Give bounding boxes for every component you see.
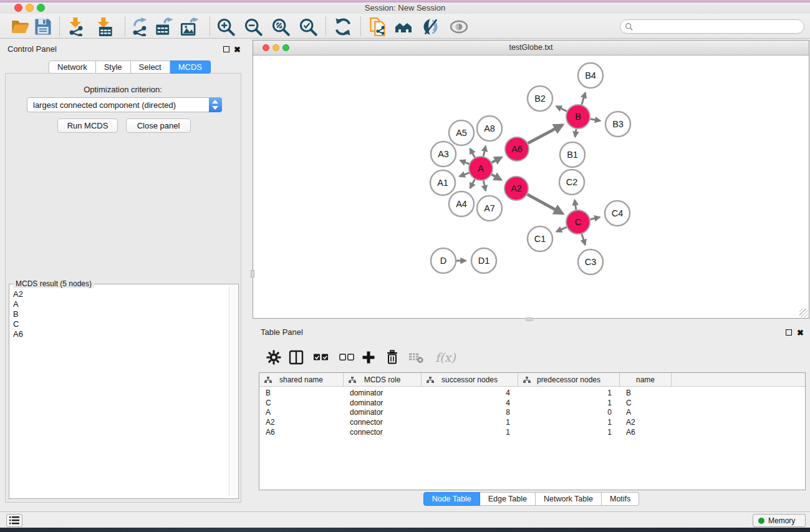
graph-edge-C-C2[interactable] [574, 200, 576, 210]
column-header-mcds-role[interactable]: MCDS role [344, 373, 422, 387]
import-table-icon[interactable] [95, 17, 113, 36]
new-network-from-selection-icon[interactable] [369, 17, 387, 36]
graph-edge-A2-C[interactable] [528, 195, 563, 214]
float-panel-icon[interactable] [223, 46, 229, 52]
table-row-a[interactable]: Adominator80A [259, 408, 805, 418]
graph-edge-B-B4[interactable] [582, 93, 586, 105]
function-builder-icon[interactable]: f(x) [435, 351, 456, 364]
graph-edge-C-C4[interactable] [591, 217, 600, 219]
result-item-a2[interactable]: A2 [11, 289, 228, 299]
search-input[interactable] [637, 21, 799, 32]
graph-node-B1[interactable]: B1 [560, 142, 585, 167]
graph-node-A5[interactable]: A5 [449, 120, 474, 145]
first-neighbors-icon[interactable] [394, 17, 413, 36]
network-window-titlebar[interactable]: testGlobe.txt [253, 41, 809, 56]
table-row-b[interactable]: Bdominator41B [259, 389, 805, 399]
graph-node-C[interactable]: C [566, 210, 590, 234]
column-header-successor-nodes[interactable]: successor nodes [422, 373, 518, 387]
result-item-c[interactable]: C [11, 319, 228, 329]
graph-node-B4[interactable]: B4 [578, 63, 603, 88]
result-scrollbar[interactable] [229, 286, 236, 496]
close-panel-icon[interactable]: ✖ [234, 46, 241, 54]
graph-edge-A-A6[interactable] [492, 157, 502, 162]
graph-edge-A-A3[interactable] [460, 160, 469, 163]
optimization-select[interactable]: largest connected component (directed) [27, 97, 222, 112]
import-network-icon[interactable] [67, 17, 85, 36]
tab-motifs[interactable]: Motifs [602, 492, 639, 506]
memory-button[interactable]: Memory [753, 514, 806, 527]
window-resize-grip[interactable] [799, 309, 808, 317]
graph-edge-C-C3[interactable] [582, 234, 585, 244]
hide-selected-icon[interactable] [422, 17, 440, 36]
graph-edge-B-B1[interactable] [575, 129, 576, 137]
tab-edge-table[interactable]: Edge Table [480, 492, 536, 506]
graph-node-A3[interactable]: A3 [431, 142, 456, 167]
delete-table-icon[interactable] [408, 350, 423, 365]
splitter-handle[interactable] [251, 270, 254, 278]
open-session-icon[interactable] [11, 17, 30, 36]
graph-node-A1[interactable]: A1 [430, 170, 455, 195]
graph-node-D1[interactable]: D1 [471, 248, 496, 273]
graph-node-A7[interactable]: A7 [477, 196, 502, 221]
graph-edge-B-B2[interactable] [556, 106, 567, 111]
save-session-icon[interactable] [34, 17, 52, 36]
float-table-panel-icon[interactable] [786, 329, 792, 336]
table-row-a6[interactable]: A6connector11A6 [259, 428, 805, 438]
column-header-shared-name[interactable]: shared name [259, 373, 344, 387]
network-graph[interactable]: B4B2BB3A8A5A6A3B1AC2A1A2A4A7C4CC1DD1C3 [253, 56, 809, 319]
network-canvas[interactable]: B4B2BB3A8A5A6A3B1AC2A1A2A4A7C4CC1DD1C3 [253, 56, 809, 318]
zoom-out-icon[interactable] [244, 17, 263, 36]
tab-mcds[interactable]: MCDS [170, 60, 211, 74]
graph-node-B[interactable]: B [566, 105, 590, 128]
column-view-icon[interactable] [289, 350, 304, 365]
graph-edge-A6-B[interactable] [528, 125, 563, 143]
graph-node-A4[interactable]: A4 [449, 191, 474, 216]
close-panel-button[interactable]: Close panel [126, 118, 191, 133]
graph-node-A[interactable]: A [469, 157, 493, 180]
graph-node-A6[interactable]: A6 [505, 137, 529, 161]
column-header-name[interactable]: name [620, 373, 672, 387]
graph-node-B2[interactable]: B2 [528, 86, 552, 111]
graph-edge-C-C1[interactable] [557, 227, 567, 231]
graph-node-A2[interactable]: A2 [504, 177, 528, 200]
graph-node-B3[interactable]: B3 [605, 112, 630, 137]
export-table-icon[interactable] [155, 17, 173, 36]
unselect-all-columns-icon[interactable] [339, 350, 354, 365]
search-field[interactable] [620, 19, 804, 34]
result-item-b[interactable]: B [11, 309, 228, 319]
show-graphics-details-icon[interactable] [450, 17, 468, 36]
graph-node-D[interactable]: D [431, 248, 456, 273]
result-item-a6[interactable]: A6 [11, 329, 228, 339]
export-network-icon[interactable] [130, 17, 149, 36]
export-image-icon[interactable] [180, 17, 199, 36]
graph-node-C1[interactable]: C1 [528, 226, 552, 251]
graph-edge-A-A2[interactable] [491, 175, 501, 180]
tab-network[interactable]: Network [49, 60, 96, 74]
run-mcds-button[interactable]: Run MCDS [57, 118, 118, 133]
table-row-c[interactable]: Cdominator41C [259, 399, 805, 409]
graph-node-C2[interactable]: C2 [559, 170, 584, 195]
delete-columns-icon[interactable] [385, 350, 400, 365]
graph-edge-A-A8[interactable] [483, 146, 486, 156]
column-header-predecessor-nodes[interactable]: predecessor nodes [518, 373, 620, 387]
create-column-icon[interactable] [361, 350, 376, 365]
graph-node-C3[interactable]: C3 [578, 249, 603, 274]
tab-node-table[interactable]: Node Table [423, 492, 480, 506]
graph-edge-A-A5[interactable] [470, 148, 475, 157]
table-options-icon[interactable] [266, 350, 281, 365]
task-history-button[interactable] [6, 514, 22, 527]
node-table[interactable]: shared nameMCDS rolesuccessor nodesprede… [259, 372, 806, 490]
tab-network-table[interactable]: Network Table [536, 492, 602, 506]
tab-select[interactable]: Select [131, 60, 170, 74]
select-all-columns-icon[interactable] [314, 350, 329, 365]
table-row-a2[interactable]: A2connector11A2 [259, 418, 805, 428]
tab-style[interactable]: Style [96, 60, 131, 74]
graph-node-C4[interactable]: C4 [605, 201, 630, 226]
close-table-panel-icon[interactable]: ✖ [797, 329, 804, 337]
graph-edge-A-A7[interactable] [483, 181, 486, 191]
horizontal-splitter-handle[interactable] [526, 317, 533, 321]
apply-layout-icon[interactable] [334, 17, 352, 36]
zoom-selected-icon[interactable] [299, 17, 317, 36]
zoom-fit-icon[interactable] [271, 17, 290, 36]
graph-edge-A-A4[interactable] [470, 180, 475, 188]
